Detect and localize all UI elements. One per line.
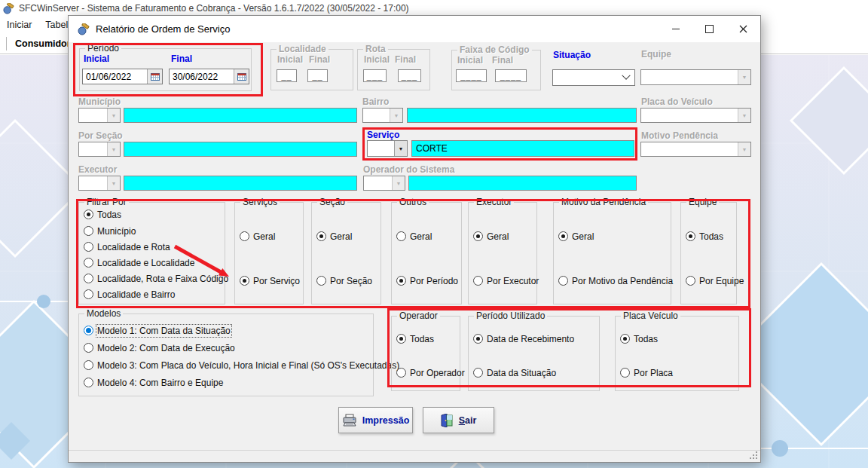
localidade-inicial-input[interactable]: __ bbox=[277, 69, 297, 82]
radio-modelo-4[interactable]: Modelo 4: Com Bairro e Equipe bbox=[84, 377, 223, 388]
localidade-final-input[interactable]: __ bbox=[307, 69, 328, 82]
periodo-final-date-input[interactable]: 30/06/2022 bbox=[169, 69, 249, 84]
radio-executor-por-executor[interactable]: Por Executor bbox=[473, 275, 539, 286]
dropdown-arrow-icon: ▼ bbox=[394, 141, 407, 156]
bairro-name-field[interactable] bbox=[407, 108, 637, 123]
placa-veiculo-label: Placa do Veículo bbox=[641, 96, 713, 107]
impressao-button[interactable]: Impressão bbox=[338, 407, 413, 433]
radio-modelo-3[interactable]: Modelo 3: Com Placa do Veículo, Hora Ini… bbox=[84, 359, 399, 371]
por-secao-name-field[interactable] bbox=[124, 142, 357, 157]
chevron-down-icon bbox=[622, 72, 630, 80]
servico-code-combobox[interactable]: ▼ bbox=[367, 140, 408, 157]
radio-icon bbox=[84, 210, 93, 219]
equipe-combobox[interactable]: ▼ bbox=[640, 69, 751, 85]
group-periodo-utilizado: Período Utilizado bbox=[468, 316, 600, 391]
radio-option-localidade-e-localidade[interactable]: Localidade e Localidade bbox=[84, 257, 194, 268]
periodo-inicial-date-input[interactable]: 01/06/2022 bbox=[82, 69, 163, 84]
radio-icon bbox=[316, 276, 326, 286]
radio-icon bbox=[473, 368, 483, 378]
radio-icon bbox=[396, 276, 406, 286]
rota-final-input[interactable]: ___ bbox=[398, 69, 421, 82]
municipio-code-combobox[interactable]: ▼ bbox=[78, 108, 121, 123]
group-equipe-filtro: Equipe bbox=[680, 202, 737, 304]
bairro-code-combobox[interactable]: ▼ bbox=[362, 108, 403, 123]
localidade-inicial-label: Inicial bbox=[277, 54, 303, 65]
minimize-button[interactable] bbox=[659, 16, 692, 41]
maximize-button[interactable] bbox=[692, 16, 726, 41]
equipe-label: Equipe bbox=[641, 49, 671, 60]
radio-motivo-geral[interactable]: Geral bbox=[558, 231, 594, 242]
sair-button[interactable]: Sair bbox=[423, 407, 494, 433]
toolbar-tab-consumidor[interactable]: Consumidor bbox=[7, 38, 71, 49]
menu-item-iniciar[interactable]: Iniciar bbox=[0, 20, 38, 30]
por-secao-code-combobox[interactable]: ▼ bbox=[78, 142, 121, 157]
radio-data-recebimento[interactable]: Data de Recebimento bbox=[473, 333, 574, 344]
motivo-pendencia-combobox[interactable]: ▼ bbox=[640, 142, 751, 157]
servico-label: Serviço bbox=[367, 130, 399, 140]
dialog-icon bbox=[78, 23, 90, 35]
radio-servicos-por-servico[interactable]: Por Serviço bbox=[240, 275, 300, 286]
executor-code-combobox[interactable]: ▼ bbox=[78, 176, 121, 191]
radio-secao-geral[interactable]: Geral bbox=[316, 231, 352, 242]
executor-name-field[interactable] bbox=[124, 176, 357, 191]
calendar-button[interactable] bbox=[234, 69, 249, 84]
radio-data-situacao[interactable]: Data da Situação bbox=[473, 367, 556, 378]
dropdown-arrow-icon: ▼ bbox=[107, 109, 120, 122]
radio-option-localidade-rota-faixa[interactable]: Localidade, Rota e Faixa Código bbox=[84, 273, 228, 284]
municipio-name-field[interactable] bbox=[124, 108, 357, 123]
radio-operador-por-operador[interactable]: Por Operador bbox=[396, 367, 465, 378]
radio-outros-por-periodo[interactable]: Por Período bbox=[396, 275, 458, 286]
periodo-final-label: Final bbox=[171, 54, 192, 64]
radio-icon bbox=[396, 334, 406, 344]
exit-door-icon bbox=[441, 414, 454, 427]
radio-executor-geral[interactable]: Geral bbox=[473, 231, 509, 242]
radio-modelo-2[interactable]: Modelo 2: Com Data de Execução bbox=[84, 342, 235, 353]
radio-option-todas[interactable]: Todas bbox=[84, 209, 121, 220]
radio-icon bbox=[473, 231, 483, 241]
group-executor-filtro: Executor bbox=[468, 202, 537, 304]
faixa-inicial-input[interactable]: ____ bbox=[456, 69, 487, 82]
radio-option-localidade-e-rota[interactable]: Localidade e Rota bbox=[84, 241, 170, 252]
dropdown-arrow-icon: ▼ bbox=[392, 176, 405, 190]
faixa-final-label: Final bbox=[492, 55, 513, 66]
radio-icon bbox=[84, 289, 93, 299]
radio-equipe-por-equipe[interactable]: Por Equipe bbox=[686, 275, 744, 286]
dialog-titlebar[interactable]: Relatório de Ordem de Serviço bbox=[69, 16, 760, 42]
radio-motivo-por-motivo[interactable]: Por Motivo da Pendência bbox=[558, 275, 673, 286]
radio-secao-por-secao[interactable]: Por Seção bbox=[316, 275, 372, 286]
faixa-inicial-label: Inicial bbox=[457, 55, 483, 66]
radio-icon bbox=[84, 258, 93, 268]
radio-option-localidade-e-bairro[interactable]: Localidade e Bairro bbox=[84, 289, 175, 300]
radio-icon bbox=[558, 276, 568, 286]
radio-icon bbox=[686, 231, 695, 241]
radio-icon bbox=[620, 334, 630, 344]
radio-outros-geral[interactable]: Geral bbox=[396, 231, 432, 242]
placa-veiculo-combobox[interactable]: ▼ bbox=[640, 108, 751, 123]
por-secao-label: Por Seção bbox=[78, 130, 123, 141]
radio-placa-todas[interactable]: Todas bbox=[620, 333, 658, 344]
servico-name-field[interactable]: CORTE bbox=[411, 140, 634, 157]
situacao-label: Situação bbox=[553, 50, 591, 60]
resize-grip[interactable] bbox=[749, 451, 758, 460]
group-operador: Operador bbox=[391, 316, 460, 391]
operador-sistema-name-field[interactable] bbox=[408, 176, 637, 191]
radio-option-municipio[interactable]: Município bbox=[84, 225, 136, 237]
radio-icon bbox=[84, 343, 93, 353]
radio-icon bbox=[240, 276, 249, 286]
faixa-final-input[interactable]: ____ bbox=[495, 69, 527, 82]
operador-sistema-code-combobox[interactable]: ▼ bbox=[363, 176, 405, 191]
radio-icon bbox=[396, 231, 406, 241]
radio-icon bbox=[240, 231, 249, 241]
radio-equipe-todas[interactable]: Todas bbox=[686, 231, 723, 242]
radio-servicos-geral[interactable]: Geral bbox=[240, 231, 275, 242]
radio-icon bbox=[473, 276, 483, 286]
executor-label: Executor bbox=[78, 164, 117, 175]
radio-operador-todas[interactable]: Todas bbox=[396, 333, 434, 344]
app-titlebar: SFCWinServer - Sistema de Faturamento e … bbox=[0, 0, 868, 17]
close-button[interactable] bbox=[726, 16, 760, 41]
rota-inicial-input[interactable]: ___ bbox=[363, 69, 387, 82]
radio-modelo-1[interactable]: Modelo 1: Com Data da Situação bbox=[84, 325, 231, 336]
radio-placa-por-placa[interactable]: Por Placa bbox=[620, 367, 673, 378]
calendar-button[interactable] bbox=[147, 69, 162, 84]
situacao-combobox[interactable] bbox=[552, 69, 635, 86]
